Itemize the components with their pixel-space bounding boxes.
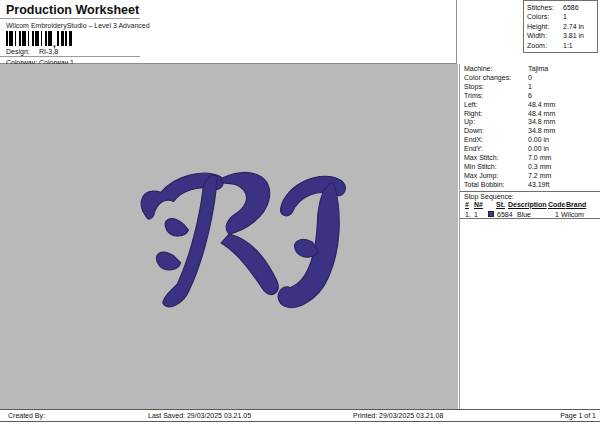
info-row-endx: EndX:0.00 in [460, 136, 600, 145]
info-value: 1 [528, 83, 532, 92]
worksheet-footer: Created By: Last Saved: 29/03/2025 03.21… [0, 409, 600, 422]
info-label: Up: [464, 118, 528, 127]
worksheet-header: Production Worksheet Wilcom EmbroiderySt… [0, 0, 457, 64]
stat-stitches: Stitches:6586 [524, 3, 597, 12]
col-needle: N# [474, 201, 483, 208]
stat-colors: Colors:1 [524, 12, 597, 21]
barcode-comma: , [53, 41, 56, 46]
info-row-total-bobbin: Total Bobbin:43.19ft [460, 181, 600, 190]
info-value: 48.4 mm [528, 101, 555, 110]
info-value: Tajima [528, 65, 548, 74]
stitch-canvas [0, 64, 458, 409]
info-value: 7.2 mm [528, 172, 551, 181]
machine-info-rows: Machine:Tajima Color changes:0 Stops:1 T… [460, 65, 600, 192]
stat-width: Width:3.81 in [524, 31, 597, 40]
info-label: Trims: [464, 92, 528, 101]
info-label: Max Jump: [464, 172, 528, 181]
info-row-min-stitch: Min Stitch:0.3 mm [460, 163, 600, 172]
cell-code: 1 [555, 211, 559, 218]
thread-color-chip [488, 211, 494, 217]
stat-value: 1:1 [563, 41, 573, 50]
col-description: Description [508, 201, 547, 208]
rj-monogram-graphic [134, 164, 352, 314]
stat-label: Zoom: [527, 41, 563, 50]
cell-stitches: 6584 [497, 211, 513, 218]
stat-value: 1 [563, 12, 567, 21]
created-by-label: Created By: [8, 410, 45, 422]
design-label: Design: [6, 48, 39, 55]
info-value: 7.0 mm [528, 154, 551, 163]
info-row-machine: Machine:Tajima [460, 65, 600, 74]
stop-sequence-row: 1. 1 6584 Blue 1 Wilcom [460, 210, 600, 219]
stat-zoom: Zoom:1:1 [524, 41, 597, 50]
barcode-bars-left [6, 31, 52, 46]
stat-value: 2.74 in [563, 22, 584, 31]
col-stitches: St. [496, 201, 505, 208]
info-label: Max Stitch: [464, 154, 528, 163]
stat-label: Height: [527, 22, 563, 31]
info-row-endy: EndY:0.00 in [460, 145, 600, 154]
info-value: 0.3 mm [528, 163, 551, 172]
info-label: Stops: [464, 83, 528, 92]
info-value: 43.19ft [528, 181, 549, 190]
info-row-max-jump: Max Jump:7.2 mm [460, 172, 600, 181]
stop-sequence-header: # N# St. Description Code Brand [460, 201, 600, 210]
design-value: RI-3,8 [39, 48, 58, 55]
stat-label: Stitches: [527, 3, 563, 12]
info-label: Min Stitch: [464, 163, 528, 172]
design-name-row: Design:RI-3,8 [0, 46, 140, 57]
col-code: Code [548, 201, 566, 208]
info-row-down: Down:34.8 mm [460, 127, 600, 136]
col-num: # [465, 201, 469, 208]
info-row-up: Up:34.8 mm [460, 118, 600, 127]
info-label: Total Bobbin: [464, 181, 528, 190]
info-row-trims: Trims:6 [460, 92, 600, 101]
col-brand: Brand [566, 201, 586, 208]
cell-num: 1. [465, 211, 471, 218]
info-value: 34.8 mm [528, 118, 555, 127]
machine-info-panel: Machine:Tajima Color changes:0 Stops:1 T… [459, 64, 600, 409]
app-subtitle: Wilcom EmbroideryStudio – Level 3 Advanc… [0, 19, 456, 30]
info-value: 0.00 in [528, 136, 549, 145]
cell-description: Blue [517, 211, 531, 218]
monogram-letters [141, 173, 345, 308]
page-number: Page 1 of 1 [560, 410, 596, 422]
stat-label: Colors: [527, 12, 563, 21]
info-row-right: Right:48.4 mm [460, 110, 600, 119]
barcode-bars-right [57, 31, 72, 46]
info-label: Right: [464, 110, 528, 119]
info-label: Left: [464, 101, 528, 110]
info-label: Down: [464, 127, 528, 136]
info-row-left: Left:48.4 mm [460, 101, 600, 110]
stat-value: 3.81 in [563, 31, 584, 40]
info-value: 34.8 mm [528, 127, 555, 136]
info-row-stops: Stops:1 [460, 83, 600, 92]
last-saved-text: Last Saved: 29/03/2025 03.21.05 [148, 410, 251, 422]
info-label: EndX: [464, 136, 528, 145]
info-value: 0.00 in [528, 145, 549, 154]
info-value: 6 [528, 92, 532, 101]
stat-label: Width: [527, 31, 563, 40]
info-label: EndY: [464, 145, 528, 154]
page-title: Production Worksheet [0, 0, 140, 19]
info-row-max-stitch: Max Stitch:7.0 mm [460, 154, 600, 163]
design-stats-box: Stitches:6586 Colors:1 Height:2.74 in Wi… [523, 0, 598, 53]
info-value: 48.4 mm [528, 110, 555, 119]
stat-value: 6586 [563, 3, 579, 12]
info-value: 0 [528, 74, 532, 83]
info-row-color-changes: Color changes:0 [460, 74, 600, 83]
stop-sequence-title: Stop Sequence: [460, 192, 600, 201]
stat-height: Height:2.74 in [524, 22, 597, 31]
cell-needle: 1 [474, 211, 478, 218]
cell-brand: Wilcom [561, 211, 584, 218]
printed-text: Printed: 29/03/2025 03.21.08 [353, 410, 443, 422]
info-label: Color changes: [464, 74, 528, 83]
design-barcode: , [6, 31, 80, 46]
info-label: Machine: [464, 65, 528, 74]
